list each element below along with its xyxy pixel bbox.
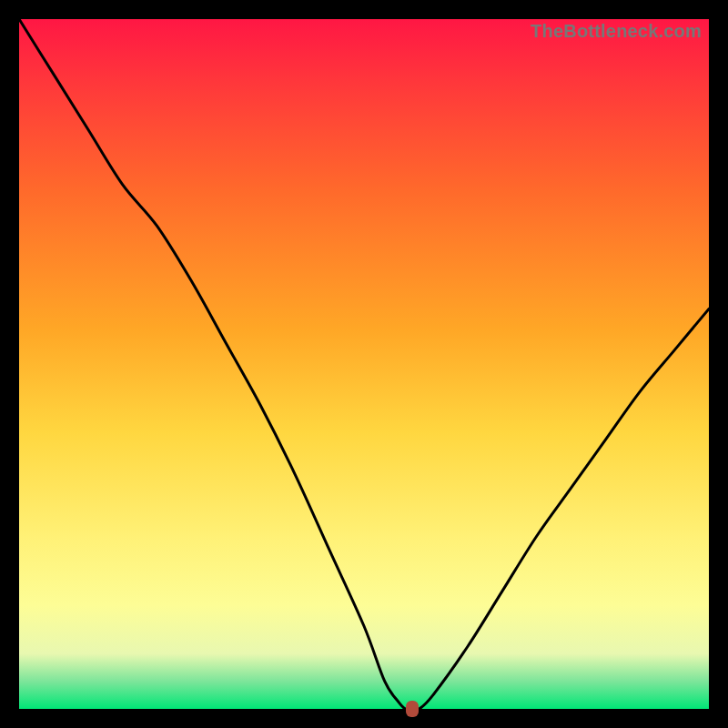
bottleneck-curve [19,19,709,709]
plot-area: TheBottleneck.com [19,19,709,709]
optimal-point-marker [406,701,419,717]
chart-frame: TheBottleneck.com [0,0,728,728]
